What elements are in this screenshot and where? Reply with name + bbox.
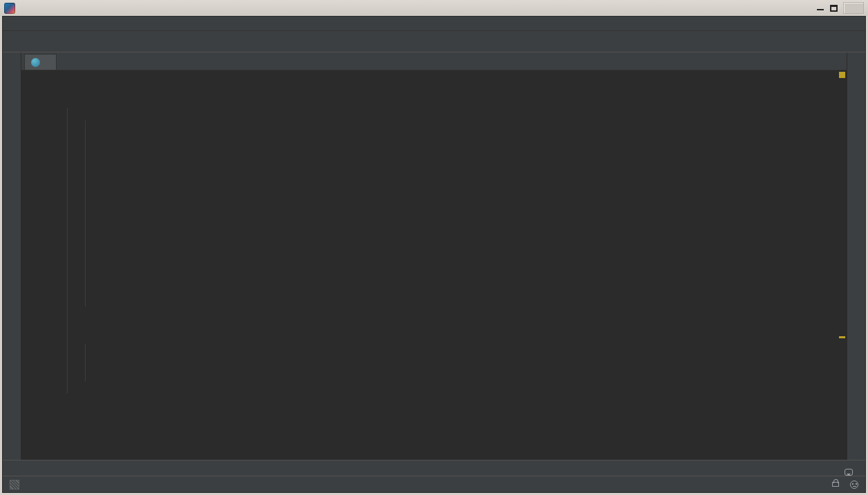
intellij-logo-icon [4, 3, 15, 14]
left-tool-window-stripe [3, 52, 21, 460]
editor-tab-bar [21, 52, 847, 70]
ide-window [0, 0, 868, 495]
tool-window-switcher-icon[interactable] [10, 480, 19, 489]
bottom-tool-window-bar [3, 460, 865, 476]
status-bar [3, 476, 865, 492]
menu-bar [3, 17, 865, 31]
editor-column [21, 52, 847, 460]
maximize-button[interactable] [830, 5, 838, 12]
window-controls [817, 2, 864, 14]
tab-helloworld-java[interactable] [24, 54, 57, 70]
indent-guide [85, 120, 86, 307]
title-bar [0, 0, 868, 16]
window-body [2, 16, 866, 493]
indent-guide [85, 344, 86, 381]
main-toolbar [3, 31, 865, 52]
inspections-hector-icon[interactable] [850, 481, 858, 489]
java-class-icon [31, 58, 40, 67]
event-log-button[interactable] [845, 469, 857, 476]
error-stripe-warning-marker[interactable] [839, 72, 845, 78]
minimize-button[interactable] [817, 4, 824, 12]
close-button[interactable] [843, 2, 864, 14]
error-stripe-marker[interactable] [839, 336, 845, 338]
indent-guide [67, 108, 68, 394]
event-log-icon [845, 469, 853, 476]
editor[interactable] [21, 70, 847, 460]
lock-icon[interactable] [832, 482, 839, 487]
main-area [3, 52, 865, 460]
status-bar-widgets [799, 481, 858, 489]
right-tool-window-stripe [847, 52, 865, 460]
